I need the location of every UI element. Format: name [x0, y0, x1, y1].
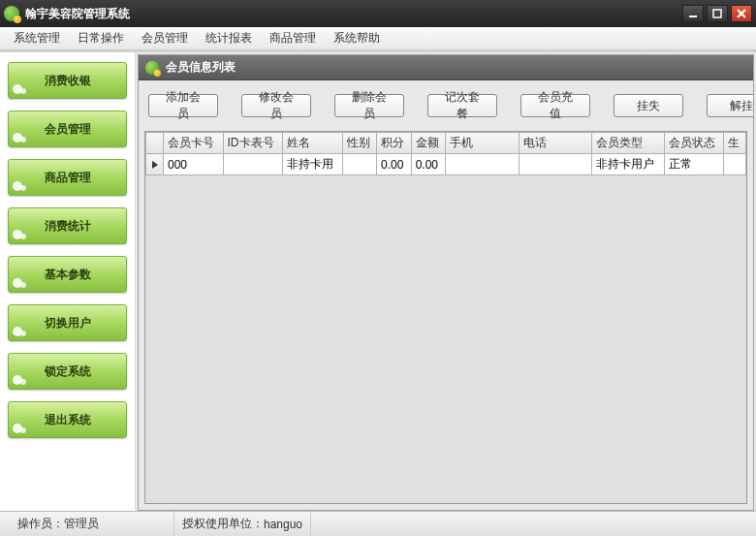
menu-bar: 系统管理 日常操作 会员管理 统计报表 商品管理 系统帮助	[0, 27, 756, 50]
report-loss-button[interactable]: 挂失	[614, 94, 683, 117]
row-selector-header[interactable]	[146, 133, 164, 154]
sidebar-item-lock[interactable]: 锁定系统	[8, 353, 127, 390]
cell-status[interactable]: 正常	[664, 154, 724, 175]
minimize-button[interactable]	[682, 5, 704, 22]
cell-amount[interactable]: 0.00	[411, 154, 446, 175]
col-amount[interactable]: 金额	[411, 133, 446, 154]
flower-icon	[13, 82, 26, 96]
data-grid[interactable]: 会员卡号 ID卡表号 姓名 性别 积分 金额 手机 电话 会员类型 会员状态 生	[144, 131, 747, 504]
sidebar-item-exit[interactable]: 退出系统	[8, 401, 127, 438]
table-header-row: 会员卡号 ID卡表号 姓名 性别 积分 金额 手机 电话 会员类型 会员状态 生	[146, 133, 746, 154]
member-list-panel: 会员信息列表 添加会员 修改会员 删除会员 记次套餐 会员充值 挂失 解挂	[138, 54, 754, 511]
panel-toolbar: 添加会员 修改会员 删除会员 记次套餐 会员充值 挂失 解挂	[139, 80, 753, 131]
sidebar-item-label: 退出系统	[45, 412, 91, 428]
app-title: 翰宇美容院管理系统	[25, 6, 682, 22]
sidebar-item-cashier[interactable]: 消费收银	[8, 62, 127, 99]
sidebar-item-product[interactable]: 商品管理	[8, 159, 127, 196]
panel-icon	[145, 60, 159, 74]
app-icon	[4, 6, 19, 21]
cell-extra[interactable]	[724, 154, 746, 175]
col-extra[interactable]: 生	[724, 133, 746, 154]
cell-points[interactable]: 0.00	[377, 154, 412, 175]
cell-phone[interactable]	[519, 154, 592, 175]
panel-header: 会员信息列表	[139, 55, 753, 80]
sidebar-item-stats[interactable]: 消费统计	[8, 207, 127, 244]
status-operator-label: 操作员：	[17, 516, 64, 532]
cell-type[interactable]: 非持卡用户	[592, 154, 664, 175]
menu-product[interactable]: 商品管理	[262, 27, 324, 49]
sidebar-item-label: 消费收银	[45, 73, 91, 89]
menu-help[interactable]: 系统帮助	[326, 27, 388, 49]
cell-id-no[interactable]	[223, 154, 283, 175]
close-button[interactable]	[731, 5, 752, 22]
col-name[interactable]: 姓名	[283, 133, 343, 154]
body-area: 消费收银 会员管理 商品管理 消费统计 基本参数 切换用户 锁定系统 退出系统 …	[0, 50, 756, 511]
status-operator-value: 管理员	[64, 516, 99, 532]
sidebar-item-label: 锁定系统	[45, 363, 91, 380]
sidebar-item-label: 消费统计	[45, 218, 91, 235]
sidebar-item-label: 商品管理	[45, 170, 91, 186]
cell-gender[interactable]	[342, 154, 377, 175]
flower-icon	[13, 179, 26, 193]
flower-icon	[13, 325, 26, 338]
col-type[interactable]: 会员类型	[592, 133, 664, 154]
col-phone[interactable]: 电话	[519, 133, 592, 154]
flower-icon	[13, 373, 26, 387]
main-area: 会员信息列表 添加会员 修改会员 删除会员 记次套餐 会员充值 挂失 解挂	[136, 52, 756, 511]
delete-member-button[interactable]: 删除会员	[334, 94, 404, 117]
flower-icon	[13, 228, 26, 241]
recharge-button[interactable]: 会员充值	[520, 94, 590, 117]
maximize-button[interactable]	[707, 5, 728, 22]
sidebar-item-label: 基本参数	[45, 267, 91, 283]
col-id-no[interactable]: ID卡表号	[223, 133, 283, 154]
status-bar: 操作员： 管理员 授权使用单位： hanguo	[0, 511, 756, 536]
grid-empty-area	[145, 175, 746, 466]
svg-rect-1	[713, 10, 721, 17]
col-mobile[interactable]: 手机	[446, 133, 520, 154]
unloss-button[interactable]: 解挂	[707, 94, 753, 117]
app-window: 翰宇美容院管理系统 系统管理 日常操作 会员管理 统计报表 商品管理 系统帮助 …	[0, 0, 756, 536]
status-license-value: hanguo	[264, 518, 302, 531]
add-member-button[interactable]: 添加会员	[148, 94, 218, 117]
flower-icon	[13, 276, 26, 290]
row-indicator-icon[interactable]	[146, 154, 164, 175]
menu-report[interactable]: 统计报表	[198, 27, 260, 49]
cell-card-no[interactable]: 000	[164, 154, 224, 175]
table-row[interactable]: 000 非持卡用 0.00 0.00 非持卡用户 正常	[146, 154, 746, 175]
status-operator: 操作员： 管理员	[10, 512, 174, 536]
flower-icon	[13, 131, 26, 144]
col-card-no[interactable]: 会员卡号	[164, 133, 224, 154]
package-button[interactable]: 记次套餐	[427, 94, 497, 117]
panel-title-text: 会员信息列表	[166, 59, 236, 76]
window-controls	[682, 5, 752, 22]
col-status[interactable]: 会员状态	[664, 133, 724, 154]
status-license: 授权使用单位： hanguo	[174, 512, 311, 536]
status-license-label: 授权使用单位：	[182, 516, 264, 532]
menu-system[interactable]: 系统管理	[6, 27, 68, 49]
sidebar-item-label: 会员管理	[45, 121, 91, 138]
sidebar-item-member[interactable]: 会员管理	[8, 110, 127, 147]
cell-name[interactable]: 非持卡用	[283, 154, 343, 175]
title-bar[interactable]: 翰宇美容院管理系统	[0, 0, 756, 27]
edit-member-button[interactable]: 修改会员	[241, 94, 311, 117]
menu-member[interactable]: 会员管理	[134, 27, 196, 49]
sidebar-item-switch-user[interactable]: 切换用户	[8, 304, 127, 341]
col-points[interactable]: 积分	[377, 133, 412, 154]
cell-mobile[interactable]	[446, 154, 520, 175]
flower-icon	[13, 422, 26, 435]
col-gender[interactable]: 性别	[342, 133, 377, 154]
sidebar-item-params[interactable]: 基本参数	[8, 256, 127, 293]
menu-daily[interactable]: 日常操作	[70, 27, 132, 49]
sidebar: 消费收银 会员管理 商品管理 消费统计 基本参数 切换用户 锁定系统 退出系统	[0, 52, 136, 511]
sidebar-item-label: 切换用户	[45, 315, 91, 331]
